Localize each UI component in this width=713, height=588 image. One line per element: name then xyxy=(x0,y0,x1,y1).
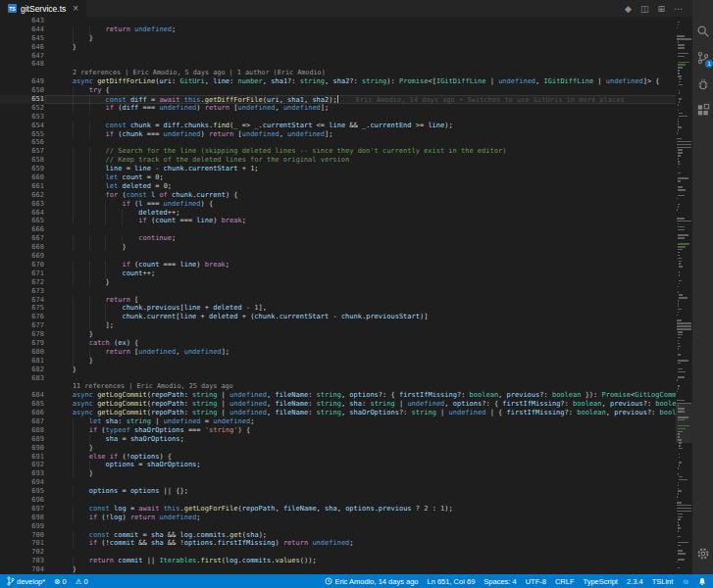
line-number[interactable]: 679 xyxy=(0,339,56,348)
open-changes-icon[interactable]: ◆ xyxy=(625,4,632,14)
line-number[interactable]: 678 xyxy=(0,330,56,339)
code-row[interactable]: 692 options = shaOrOptions; xyxy=(0,461,692,469)
line-number[interactable]: 694 xyxy=(0,478,56,487)
line-number[interactable]: 657 xyxy=(0,147,56,156)
code-row[interactable]: 662 for (const l of chunk.current) { xyxy=(0,191,692,200)
split-editor-icon[interactable]: ◫ xyxy=(640,4,649,14)
line-number[interactable]: 685 xyxy=(0,400,56,409)
status-errors[interactable]: ⊗ 0 xyxy=(54,577,66,586)
code-row[interactable]: 664 deleted++; xyxy=(0,209,692,218)
code-row[interactable]: 693 } xyxy=(0,469,692,478)
code-row[interactable]: 681 } xyxy=(0,357,692,366)
codelens-text[interactable]: 11 references | Eric Amodio, 25 days ago xyxy=(56,382,692,391)
line-number[interactable]: 669 xyxy=(0,252,56,261)
code-row[interactable]: 654 const chunk = diff.chunks.find(_ => … xyxy=(0,122,692,130)
settings-gear-icon[interactable] xyxy=(695,546,710,561)
code-row[interactable]: 651 const diff = await this.getDiffForFi… xyxy=(0,95,692,104)
source-control-icon[interactable]: 1 xyxy=(695,50,710,65)
line-number[interactable]: 648 xyxy=(0,60,56,69)
line-number[interactable]: 665 xyxy=(0,217,56,225)
status-feedback[interactable]: ☺ xyxy=(682,577,689,586)
line-number[interactable]: 654 xyxy=(0,122,56,130)
line-number[interactable]: 701 xyxy=(0,539,56,548)
code-row[interactable]: 660 let count = 0; xyxy=(0,173,692,182)
line-number[interactable]: 668 xyxy=(0,243,56,252)
line-number[interactable]: 662 xyxy=(0,191,56,200)
status-eol[interactable]: CRLF xyxy=(555,577,575,586)
line-number[interactable]: 704 xyxy=(0,565,56,574)
code-row[interactable]: 698 if (!log) return undefined; xyxy=(0,514,692,522)
line-number[interactable]: 688 xyxy=(0,426,56,435)
status-encoding[interactable]: UTF-8 xyxy=(526,577,546,586)
line-number[interactable]: 696 xyxy=(0,496,56,505)
code-lines[interactable]: 643644 return undefined;645 }646 }647648… xyxy=(0,17,692,574)
code-row[interactable]: 666 xyxy=(0,225,692,234)
close-tab-icon[interactable]: × xyxy=(73,3,78,14)
code-row[interactable]: 673 xyxy=(0,287,692,296)
code-row[interactable]: 689 sha = shaOrOptions; xyxy=(0,435,692,444)
line-number[interactable]: 700 xyxy=(0,531,56,540)
status-ts-version[interactable]: 2.3.4 xyxy=(627,577,643,586)
status-tslint[interactable]: TSLint xyxy=(652,577,674,586)
status-indentation[interactable]: Spaces: 4 xyxy=(484,577,516,586)
code-row[interactable]: 696 xyxy=(0,496,692,505)
code-row[interactable]: 678 } xyxy=(0,330,692,339)
code-row[interactable]: 657 // Search for the line (skipping del… xyxy=(0,147,692,156)
code-row[interactable]: 694 xyxy=(0,478,692,487)
status-language-mode[interactable]: TypeScript xyxy=(584,577,618,586)
line-number[interactable]: 652 xyxy=(0,104,56,113)
code-editor[interactable]: 643644 return undefined;645 }646 }647648… xyxy=(0,17,692,574)
code-row[interactable]: 688 if (typeof shaOrOptions === 'string'… xyxy=(0,426,692,435)
code-row[interactable]: 670 if (count === line) break; xyxy=(0,261,692,270)
code-row[interactable]: 667 continue; xyxy=(0,234,692,243)
codelens-row[interactable]: 11 references | Eric Amodio, 25 days ago xyxy=(0,382,692,391)
line-number[interactable]: 661 xyxy=(0,182,56,191)
status-blame[interactable]: Eric Amodio, 14 days ago xyxy=(325,577,418,586)
line-number[interactable]: 674 xyxy=(0,296,56,305)
line-number[interactable]: 671 xyxy=(0,270,56,278)
code-row[interactable]: 679 catch (ex) { xyxy=(0,339,692,348)
line-number[interactable]: 644 xyxy=(0,25,56,34)
code-row[interactable]: 700 const commit = sha && log.commits.ge… xyxy=(0,531,692,540)
line-number[interactable]: 677 xyxy=(0,321,56,330)
status-warnings[interactable]: ⚠ 0 xyxy=(76,577,88,586)
line-number[interactable]: 693 xyxy=(0,469,56,478)
line-number[interactable]: 646 xyxy=(0,43,56,52)
line-number[interactable]: 703 xyxy=(0,557,56,565)
code-row[interactable]: 686 async getLogCommit(repoPath: string … xyxy=(0,409,692,417)
line-number[interactable]: 697 xyxy=(0,505,56,514)
line-number[interactable]: 663 xyxy=(0,200,56,209)
code-row[interactable]: 682 } xyxy=(0,366,692,374)
code-row[interactable]: 687 let sha: string | undefined = undefi… xyxy=(0,417,692,426)
line-number[interactable]: 698 xyxy=(0,514,56,522)
line-number[interactable]: 645 xyxy=(0,34,56,43)
debug-icon[interactable] xyxy=(695,76,710,91)
line-number[interactable]: 689 xyxy=(0,435,56,444)
code-row[interactable]: 668 } xyxy=(0,243,692,252)
code-row[interactable]: 644 return undefined; xyxy=(0,25,692,34)
line-number[interactable]: 683 xyxy=(0,374,56,383)
status-branch[interactable]: develop* xyxy=(7,576,45,586)
code-row[interactable]: 690 } xyxy=(0,444,692,453)
code-row[interactable]: 701 if (!commit && sha && !options.first… xyxy=(0,539,692,548)
code-row[interactable]: 643 xyxy=(0,17,692,25)
line-number[interactable]: 649 xyxy=(0,77,56,86)
code-row[interactable]: 655 if (chunk === undefined) return [und… xyxy=(0,130,692,139)
line-number[interactable]: 686 xyxy=(0,409,56,417)
code-row[interactable]: 699 xyxy=(0,522,692,531)
line-number[interactable]: 673 xyxy=(0,287,56,296)
line-number[interactable]: 660 xyxy=(0,173,56,182)
line-number[interactable]: 691 xyxy=(0,453,56,462)
tab-gitservice-ts[interactable]: TS gitService.ts × xyxy=(0,0,87,17)
line-number[interactable]: 680 xyxy=(0,348,56,357)
code-row[interactable]: 675 chunk.previous[line + deleted - 1], xyxy=(0,304,692,313)
editor-layout-icon[interactable]: ⊞ xyxy=(657,4,665,14)
code-row[interactable]: 665 if (count === line) break; xyxy=(0,217,692,225)
code-row[interactable]: 695 options = options || {}; xyxy=(0,487,692,496)
status-notifications[interactable] xyxy=(698,577,706,586)
line-number[interactable]: 682 xyxy=(0,366,56,374)
code-row[interactable]: 647 xyxy=(0,52,692,61)
line-number[interactable]: 699 xyxy=(0,522,56,531)
code-row[interactable]: 656 xyxy=(0,138,692,147)
code-row[interactable]: 669 xyxy=(0,252,692,261)
